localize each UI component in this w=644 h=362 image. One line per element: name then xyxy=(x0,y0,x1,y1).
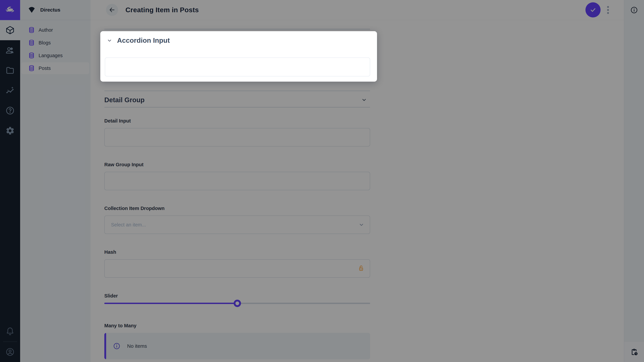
accordion-toggle[interactable]: Accordion Input xyxy=(107,36,170,44)
accordion-group-spotlight: Accordion Input xyxy=(100,31,377,82)
accordion-input-field[interactable] xyxy=(105,57,370,76)
chevron-down-icon xyxy=(107,38,112,43)
accordion-title: Accordion Input xyxy=(117,36,170,44)
